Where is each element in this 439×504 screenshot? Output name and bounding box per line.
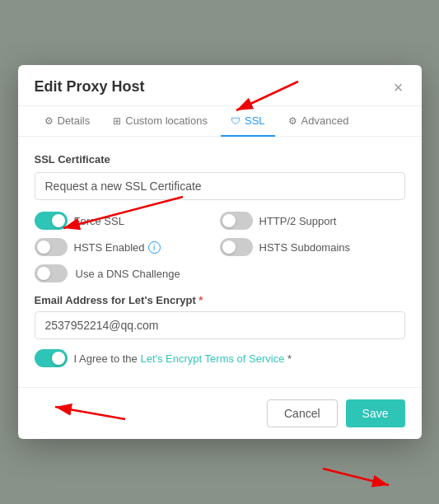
force-ssl-toggle[interactable] — [35, 212, 68, 230]
http2-slider — [220, 212, 253, 230]
email-input[interactable] — [35, 311, 405, 339]
modal-header: Edit Proxy Host × — [18, 65, 422, 106]
agree-toggle[interactable] — [35, 349, 68, 367]
toggle-row-hsts: HSTS Enabled i HSTS Subdomains — [35, 238, 405, 256]
email-form-group: Email Address for Let's Encrypt * — [35, 294, 405, 339]
modal-title: Edit Proxy Host — [35, 78, 145, 96]
tab-details-label: Details — [58, 114, 91, 127]
http2-label: HTTP/2 Support — [259, 215, 337, 227]
hsts-slider — [35, 238, 68, 256]
dns-challenge-toggle[interactable] — [35, 264, 68, 282]
hsts-info-icon[interactable]: i — [148, 241, 161, 254]
toggle-row-dns: Use a DNS Challenge — [35, 264, 405, 282]
dns-challenge-slider — [35, 264, 68, 282]
hsts-label: HSTS Enabled i — [74, 241, 161, 254]
hsts-subdomains-slider — [220, 238, 253, 256]
modal-body: SSL Certificate Request a new SSL Certif… — [18, 137, 422, 384]
http2-toggle[interactable] — [220, 212, 253, 230]
close-button[interactable]: × — [392, 79, 405, 96]
agree-text: I Agree to the Let's Encrypt Terms of Se… — [74, 352, 292, 365]
email-label: Email Address for Let's Encrypt * — [35, 294, 405, 306]
force-ssl-label: Force SSL — [74, 215, 124, 227]
tabs-bar: ⚙ Details ⊞ Custom locations 🛡 SSL ⚙ Adv… — [18, 106, 422, 137]
hsts-toggle[interactable] — [35, 238, 68, 256]
details-icon: ⚙ — [44, 115, 54, 127]
save-button[interactable]: Save — [346, 399, 405, 427]
toggle-row-force-http2: Force SSL HTTP/2 Support — [35, 212, 405, 230]
cancel-button[interactable]: Cancel — [267, 399, 338, 427]
hsts-toggle-item: HSTS Enabled i — [35, 238, 220, 256]
tab-advanced-label: Advanced — [301, 114, 349, 127]
custom-locations-icon: ⊞ — [113, 115, 121, 127]
tab-ssl-label: SSL — [245, 114, 265, 127]
hsts-subdomains-label: HSTS Subdomains — [259, 241, 351, 254]
ssl-certificate-label: SSL Certificate — [35, 153, 405, 166]
force-ssl-slider — [35, 212, 68, 230]
dns-challenge-label: Use a DNS Challenge — [76, 268, 180, 280]
email-required-marker: * — [198, 294, 203, 306]
modal-footer: Cancel Save — [18, 387, 422, 439]
hsts-subdomains-toggle-item: HSTS Subdomains — [220, 238, 405, 256]
agree-row: I Agree to the Let's Encrypt Terms of Se… — [35, 349, 405, 367]
http2-toggle-item: HTTP/2 Support — [220, 212, 405, 230]
force-ssl-toggle-item: Force SSL — [35, 212, 220, 230]
tab-advanced[interactable]: ⚙ Advanced — [278, 106, 359, 137]
hsts-subdomains-toggle[interactable] — [220, 238, 253, 256]
lets-encrypt-tos-link[interactable]: Let's Encrypt Terms of Service — [140, 352, 284, 365]
ssl-icon: 🛡 — [231, 115, 241, 127]
tab-details[interactable]: ⚙ Details — [35, 106, 100, 137]
tab-custom-locations[interactable]: ⊞ Custom locations — [103, 106, 217, 137]
tab-ssl[interactable]: 🛡 SSL — [221, 106, 275, 137]
edit-proxy-host-modal: Edit Proxy Host × ⚙ Details ⊞ Custom loc… — [18, 65, 422, 439]
advanced-icon: ⚙ — [288, 115, 297, 127]
agree-slider — [35, 349, 68, 367]
tab-custom-locations-label: Custom locations — [125, 114, 208, 127]
ssl-certificate-select[interactable]: Request a new SSL Certificate — [35, 172, 405, 200]
